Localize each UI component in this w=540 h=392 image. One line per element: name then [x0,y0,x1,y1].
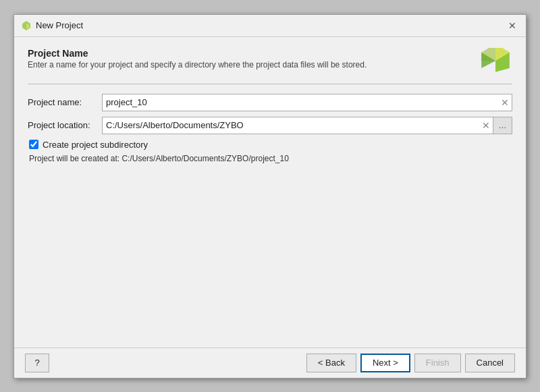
dialog-title: New Project [36,20,83,30]
logo-svg [479,48,512,75]
section-title: Project Name [28,48,512,59]
dialog-content: Project Name Enter a name for your proje… [14,37,526,347]
finish-button[interactable]: Finish [414,354,461,372]
project-name-row: Project name: ✕ [28,94,512,111]
close-button[interactable]: ✕ [506,19,519,32]
cancel-button[interactable]: Cancel [465,354,515,372]
footer-right: < Back Next > Finish Cancel [306,354,515,372]
project-location-browse-button[interactable]: … [493,117,512,134]
project-location-clear-button[interactable]: ✕ [479,117,493,134]
project-path-info: Project will be created at: C:/Users/Alb… [28,154,512,163]
project-location-row: Project location: ✕ … [28,117,512,134]
create-subdirectory-label: Create project subdirectory [43,140,148,150]
project-location-label: Project location: [28,120,102,130]
create-subdirectory-checkbox[interactable] [29,140,38,149]
project-location-input-box: ✕ [102,117,493,134]
back-button[interactable]: < Back [306,354,356,372]
project-location-input[interactable] [103,119,479,132]
project-name-clear-button[interactable]: ✕ [498,94,512,111]
header-divider [28,84,512,84]
vivado-logo [479,48,512,77]
project-name-input-wrapper: ✕ [102,94,512,111]
footer-left: ? [25,354,49,372]
section-header: Project Name Enter a name for your proje… [28,48,512,69]
next-button[interactable]: Next > [360,354,410,372]
project-name-label: Project name: [28,97,102,107]
project-name-input[interactable] [103,96,498,109]
new-project-dialog: New Project ✕ Project Name Enter a name … [14,14,526,379]
project-location-wrapper: ✕ … [102,117,512,134]
help-button[interactable]: ? [25,354,49,372]
create-subdirectory-row: Create project subdirectory [28,140,512,150]
section-description: Enter a name for your project and specif… [28,60,512,69]
dialog-footer: ? < Back Next > Finish Cancel [14,347,526,378]
title-bar: New Project ✕ [14,15,526,37]
app-icon [21,20,32,31]
title-bar-left: New Project [21,20,83,31]
